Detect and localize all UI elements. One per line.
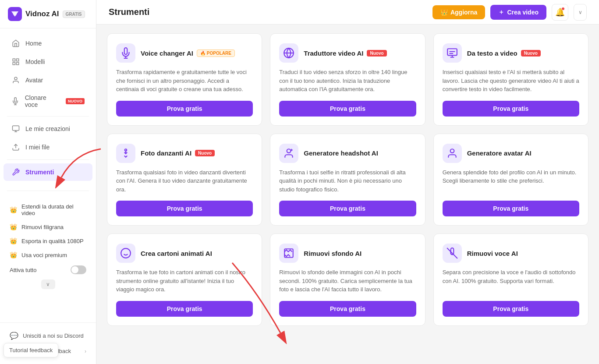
sidebar-item-clona-voce-label: Clonare voce [25, 94, 59, 108]
tool-icon-wrap-cartoni-animati [116, 244, 135, 263]
tool-desc-generatore-avatar: Genera splendide foto del profilo con AI… [443, 168, 579, 194]
tool-title-area-voice-changer: Voice changer AI 🔥 POPOLARE [141, 49, 235, 57]
notification-dot [561, 7, 565, 11]
mic-icon [11, 97, 20, 106]
sidebar-item-home[interactable]: Home [4, 35, 92, 52]
play-icon [11, 124, 20, 133]
chevron-down-icon: ∨ [46, 281, 50, 287]
tool-desc-da-testo-video: Inserisci qualsiasi testo e l'AI si mett… [443, 68, 579, 94]
try-free-button-da-testo-video[interactable]: Prova gratis [443, 101, 579, 117]
sidebar-item-modelli-label: Modelli [25, 58, 45, 65]
create-video-button[interactable]: ＋ Crea video [490, 5, 546, 20]
tool-title-area-cartoni-animati: Crea cartoni animati AI [141, 250, 212, 257]
tool-icon-wrap-generatore-headshot [279, 144, 298, 163]
tool-title-area-rimuovi-voce: Rimuovi voce AI [467, 250, 518, 257]
tool-header-generatore-avatar: Generatore avatar AI [443, 144, 579, 163]
tool-title-area-da-testo-video: Da testo a video Nuovo [467, 49, 541, 57]
template-icon [11, 57, 20, 66]
tool-card-cartoni-animati: Crea cartoni animati AI Trasforma le tue… [107, 233, 262, 326]
tool-icon-wrap-rimuovi-voce [443, 244, 462, 263]
activate-all-toggle[interactable] [71, 265, 86, 274]
logo-badge: GRATIS [63, 11, 85, 18]
premium-divider [7, 191, 89, 191]
try-free-button-generatore-avatar[interactable]: Prova gratis [443, 201, 579, 216]
notification-button[interactable]: 🔔 [552, 4, 568, 21]
premium-item-3[interactable]: 👑 Usa voci premium [8, 248, 88, 262]
svg-rect-9 [13, 126, 19, 131]
tool-title-area-traduttore-video: Traduttore video AI Nuovo [304, 49, 386, 57]
tool-title-area-foto-danzanti: Foto danzanti AI Nuovo [141, 149, 215, 157]
try-free-button-foto-danzanti[interactable]: Prova gratis [116, 201, 253, 216]
premium-label-0: Estendi la durata del video [21, 203, 86, 216]
tools-grid: Voice changer AI 🔥 POPOLARE Trasforma ra… [107, 33, 588, 326]
tool-icon-wrap-voice-changer [116, 43, 135, 63]
sidebar-item-strumenti[interactable]: Strumenti [4, 163, 92, 181]
toggle-row: Attiva tutto [8, 262, 88, 278]
home-icon [11, 39, 20, 48]
tool-header-traduttore-video: Traduttore video AI Nuovo [279, 43, 416, 63]
svg-point-21 [121, 248, 131, 258]
try-free-button-rimuovi-voce[interactable]: Prova gratis [443, 301, 579, 317]
crown-upgrade-icon: 👑 [440, 9, 448, 16]
clona-voce-badge: NUOVO [66, 98, 85, 104]
svg-rect-4 [13, 63, 15, 65]
upgrade-button[interactable]: 👑 Aggiorna [432, 5, 485, 19]
nav-divider-2 [7, 159, 89, 160]
svg-point-20 [450, 149, 454, 153]
sidebar-item-modelli[interactable]: Modelli [4, 53, 92, 71]
tool-title-foto-danzanti: Foto danzanti AI [141, 149, 191, 157]
svg-rect-2 [13, 59, 15, 61]
sidebar-item-file[interactable]: I miei file [4, 138, 92, 156]
toggle-knob [71, 266, 78, 273]
tool-title-generatore-avatar: Generatore avatar AI [467, 149, 532, 157]
tool-title-area-generatore-avatar: Generatore avatar AI [467, 149, 532, 157]
discord-icon: 💬 [10, 332, 18, 340]
tutorial-feedback-label: Tutorial feedback [9, 347, 53, 353]
try-free-button-traduttore-video[interactable]: Prova gratis [279, 101, 416, 117]
tool-header-rimuovi-voce: Rimuovi voce AI [443, 244, 579, 263]
svg-point-18 [125, 149, 127, 151]
tool-header-rimuovi-sfondo: Rimuovi sfondo AI [279, 244, 416, 263]
vidnoz-logo-icon [8, 7, 22, 21]
sidebar-item-avatar-label: Avatar [25, 77, 43, 84]
topbar: Strumenti 👑 Aggiorna ＋ Crea video 🔔 ∨ [96, 0, 599, 25]
try-free-button-rimuovi-sfondo[interactable]: Prova gratis [279, 301, 416, 317]
premium-item-0[interactable]: 👑 Estendi la durata del video [8, 200, 88, 220]
tutorial-feedback-annotation: Tutorial feedback [4, 343, 58, 357]
toggle-label: Attiva tutto [10, 267, 36, 273]
svg-line-25 [447, 248, 457, 258]
tool-desc-rimuovi-voce: Separa con precisione la voce e l'audio … [443, 268, 579, 294]
badge-popolare: 🔥 POPOLARE [197, 49, 235, 57]
tool-title-traduttore-video: Traduttore video AI [304, 49, 363, 57]
try-free-button-generatore-headshot[interactable]: Prova gratis [279, 201, 416, 216]
svg-point-19 [287, 149, 291, 153]
tools-icon [11, 168, 20, 177]
collapse-button[interactable]: ∨ [41, 279, 55, 289]
tool-card-generatore-headshot: Generatore headshot AI Trasforma i tuoi … [270, 134, 425, 226]
tool-desc-generatore-headshot: Trasforma i tuoi selfie in ritratti prof… [279, 168, 416, 194]
badge-nuovo: Nuovo [195, 150, 215, 156]
premium-label-1: Rimuovi filigrana [21, 224, 64, 230]
sidebar-item-creazioni[interactable]: Le mie creazioni [4, 120, 92, 138]
sidebar-item-strumenti-label: Strumenti [25, 169, 54, 176]
svg-point-6 [14, 77, 17, 80]
crown-icon-3: 👑 [10, 251, 17, 258]
tool-header-voice-changer: Voice changer AI 🔥 POPOLARE [116, 43, 253, 63]
discord-item[interactable]: 💬 Unisciti a noi su Discord [8, 328, 88, 343]
try-free-button-voice-changer[interactable]: Prova gratis [116, 101, 253, 117]
sidebar-item-clona-voce[interactable]: Clonare voce NUOVO [4, 90, 92, 113]
tool-title-voice-changer: Voice changer AI [141, 49, 193, 57]
crown-icon-2: 👑 [10, 237, 17, 244]
logo-text: Vidnoz AI [25, 10, 59, 18]
tool-card-rimuovi-voce: Rimuovi voce AI Separa con precisione la… [433, 233, 588, 326]
tool-icon-wrap-rimuovi-sfondo [279, 244, 298, 263]
user-dropdown-button[interactable]: ∨ [574, 4, 587, 21]
premium-item-1[interactable]: 👑 Rimuovi filigrana [8, 220, 88, 234]
sidebar-item-avatar[interactable]: Avatar [4, 71, 92, 89]
crown-icon-0: 👑 [10, 206, 17, 213]
svg-point-1 [13, 12, 17, 16]
premium-item-2[interactable]: 👑 Esporta in qualità 1080P [8, 234, 88, 248]
tool-header-da-testo-video: Da testo a video Nuovo [443, 43, 579, 63]
try-free-button-cartoni-animati[interactable]: Prova gratis [116, 301, 253, 317]
tool-card-rimuovi-sfondo: Rimuovi sfondo AI Rimuovi lo sfondo dell… [270, 233, 425, 326]
